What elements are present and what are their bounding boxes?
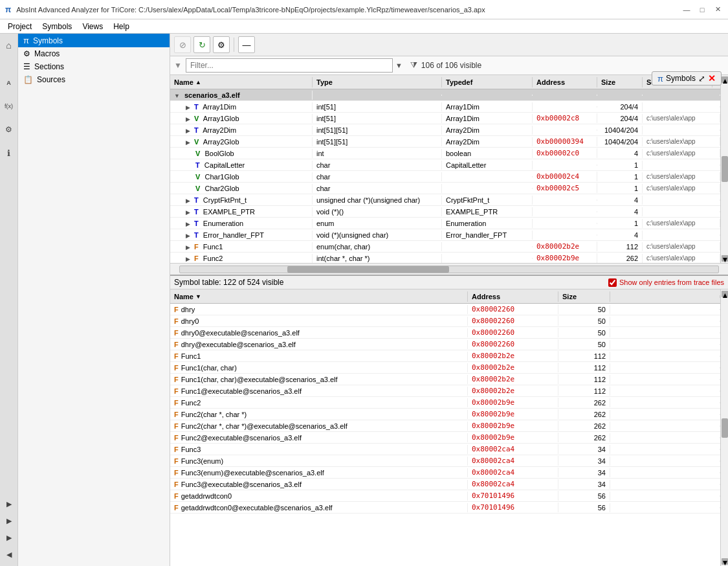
menu-help[interactable]: Help <box>108 21 135 32</box>
table-row[interactable]: ▶ F Func2 int(char *, char *) 0x80002b9e… <box>170 253 720 263</box>
brow-addr-cell: 0x80002b2e <box>468 374 558 384</box>
vertical-scrollbar[interactable]: ▲ ▼ <box>720 75 728 263</box>
th-name[interactable]: Name ▲ <box>170 77 313 87</box>
list-item[interactable]: F Func1(char, char) 0x80002b2e 112 <box>170 362 720 374</box>
th-size[interactable]: Size <box>597 77 643 87</box>
table-row[interactable]: V Char1Glob char 0xb00002c4 1 c:\users\a… <box>170 171 720 183</box>
activity-function[interactable]: f(x) <box>1 98 17 114</box>
list-item[interactable]: F Func2(char *, char *)@executable@scena… <box>170 420 720 432</box>
table-row[interactable]: ▶ T Array2Dim int[51][51] Array2Dim 1040… <box>170 124 720 136</box>
row-typedef-cell: CryptFktPnt_t <box>442 196 533 205</box>
list-item[interactable]: F dhry@executable@scenarios_a3.elf 0x800… <box>170 339 720 350</box>
list-item[interactable]: F Func1 0x80002b2e 112 <box>170 350 720 362</box>
row-expand-icon[interactable]: ▶ <box>186 104 190 111</box>
brow-name: Func1(char, char) <box>181 364 237 372</box>
row-name-cell: ▶ T Error_handler_FPT <box>170 231 313 240</box>
row-name-cell: ▶ T EXAMPLE_PTR <box>170 207 313 216</box>
maximize-button[interactable]: □ <box>697 5 707 15</box>
list-item[interactable]: F Func3(enum) 0x80002ca4 34 <box>170 455 720 467</box>
list-item[interactable]: F Func2(char *, char *) 0x80002b9e 262 <box>170 409 720 420</box>
activity-information[interactable]: ℹ <box>1 145 17 161</box>
row-expand-icon[interactable]: ▶ <box>186 232 190 239</box>
sidebar-item-sections[interactable]: ☰ Sections <box>18 60 170 73</box>
symbols-widget-close[interactable]: ✕ <box>708 73 716 84</box>
close-button[interactable]: ✕ <box>712 5 723 15</box>
table-row[interactable]: ▶ T Array1Dim int[51] Array1Dim 204/4 <box>170 101 720 113</box>
row-expand-icon[interactable]: ▶ <box>186 256 190 262</box>
bth-address[interactable]: Address <box>468 291 558 302</box>
row-expand-icon[interactable]: ▶ <box>186 221 190 227</box>
row-expand-icon[interactable]: ▶ <box>186 198 190 204</box>
table-row[interactable]: ▶ V Array2Glob int[51][51] Array2Dim 0xb… <box>170 136 720 148</box>
list-item[interactable]: F Func3@executable@scenarios_a3.elf 0x80… <box>170 479 720 490</box>
horizontal-scrollbar[interactable] <box>170 263 728 275</box>
bottom-table-body[interactable]: F dhry 0x80002260 50 F dhry0 0x80002260 … <box>170 304 720 566</box>
row-expand-icon[interactable]: ▶ <box>186 116 190 122</box>
activity-analyses[interactable]: A <box>1 75 17 91</box>
activity-play2[interactable]: ▶ <box>1 513 17 528</box>
show-only-checkbox[interactable] <box>608 278 617 287</box>
brow-size-cell: 34 <box>558 457 610 466</box>
menu-symbols[interactable]: Symbols <box>37 21 77 32</box>
stop-button[interactable]: ⊘ <box>174 36 191 53</box>
list-item[interactable]: F getaddrwdtcon0@executable@scenarios_a3… <box>170 502 720 514</box>
table-row[interactable]: ▶ T CryptFktPnt_t unsigned char (*)(unsi… <box>170 194 720 206</box>
refresh-button[interactable]: ↻ <box>193 36 210 53</box>
row-size-cell: 4 <box>597 231 643 240</box>
row-expand-icon[interactable]: ▶ <box>186 128 190 134</box>
th-typedef[interactable]: Typedef <box>442 77 533 87</box>
group-expand-icon[interactable]: ▼ <box>174 93 180 99</box>
bth-size[interactable]: Size <box>558 291 610 302</box>
list-item[interactable]: F getaddrwdtcon0 0x70101496 56 <box>170 490 720 502</box>
brow-name: getaddrwdtcon0@executable@scenarios_a3.e… <box>181 504 333 512</box>
bth-name[interactable]: Name ▼ <box>170 291 468 302</box>
table-row[interactable]: ▶ T Error_handler_FPT void (*)(unsigned … <box>170 229 720 241</box>
symbol-table-body[interactable]: ▼ scenarios_a3.elf ▶ T A <box>170 89 720 263</box>
list-item[interactable]: F dhry 0x80002260 50 <box>170 304 720 315</box>
symbols-widget-expand[interactable]: ⤢ <box>698 74 705 84</box>
bottom-vertical-scrollbar[interactable]: ▲ ▼ <box>720 289 728 566</box>
config-button[interactable]: ⚙ <box>213 36 230 53</box>
table-row[interactable]: T CapitalLetter char CapitalLetter 1 <box>170 159 720 171</box>
list-item[interactable]: F Func3 0x80002ca4 34 <box>170 444 720 455</box>
filter-input[interactable] <box>186 58 393 73</box>
table-row[interactable]: ▶ T Enumeration enum Enumeration 1 c:\us… <box>170 218 720 229</box>
table-row[interactable]: ▶ T EXAMPLE_PTR void (*)() EXAMPLE_PTR 4 <box>170 206 720 218</box>
list-item[interactable]: F Func2@executable@scenarios_a3.elf 0x80… <box>170 432 720 444</box>
menu-project[interactable]: Project <box>3 21 37 32</box>
th-type[interactable]: Type <box>313 77 442 87</box>
table-row[interactable]: V BoolGlob int boolean 0xb00002c0 4 c:\u… <box>170 148 720 159</box>
row-addr-cell <box>533 223 597 224</box>
row-expand-icon[interactable]: ▶ <box>186 209 190 216</box>
list-item[interactable]: F dhry0 0x80002260 50 <box>170 315 720 327</box>
brow-addr-cell: 0x80002260 <box>468 339 558 349</box>
table-row[interactable]: V Char2Glob char 0xb00002c5 1 c:\users\a… <box>170 183 720 194</box>
list-item[interactable]: F Func2 0x80002b9e 262 <box>170 397 720 409</box>
minimize-button[interactable]: — <box>681 5 692 15</box>
brow-name: dhry0@executable@scenarios_a3.elf <box>181 329 300 337</box>
activity-setup[interactable]: ⚙ <box>1 122 17 137</box>
sidebar-item-symbols[interactable]: π Symbols <box>18 34 170 47</box>
activity-home[interactable]: ⌂ <box>1 38 17 53</box>
row-expand-icon[interactable]: ▶ <box>186 244 190 251</box>
row-expand-icon[interactable]: ▶ <box>186 139 190 146</box>
activity-play1[interactable]: ▶ <box>1 496 17 512</box>
list-item[interactable]: F Func1@executable@scenarios_a3.elf 0x80… <box>170 385 720 397</box>
minus-button[interactable]: — <box>238 36 255 53</box>
table-row[interactable]: ▶ V Array1Glob int[51] Array1Dim 0xb0000… <box>170 113 720 124</box>
filter-dropdown-icon[interactable]: ▼ <box>395 62 403 69</box>
row-addr-cell: 0xb00002c8 <box>533 113 597 123</box>
activity-nav-back[interactable]: ◀ <box>1 547 17 562</box>
list-item[interactable]: F dhry0@executable@scenarios_a3.elf 0x80… <box>170 327 720 339</box>
type-badge: T <box>195 161 200 169</box>
list-item[interactable]: F Func3(enum)@executable@scenarios_a3.el… <box>170 467 720 479</box>
th-address[interactable]: Address <box>533 77 597 87</box>
list-item[interactable]: F Func1(char, char)@executable@scenarios… <box>170 374 720 385</box>
row-type-cell: int(char *, char *) <box>313 254 442 263</box>
sidebar-item-macros[interactable]: ⚙ Macros <box>18 47 170 60</box>
sidebar-item-sources[interactable]: 📋 Sources <box>18 73 170 86</box>
title-text: AbsInt Advanced Analyzer for TriCore: C:… <box>16 6 676 14</box>
activity-play3[interactable]: ▶ <box>1 530 17 545</box>
menu-views[interactable]: Views <box>77 21 108 32</box>
table-row[interactable]: ▶ F Func1 enum(char, char) 0x80002b2e 11… <box>170 241 720 253</box>
